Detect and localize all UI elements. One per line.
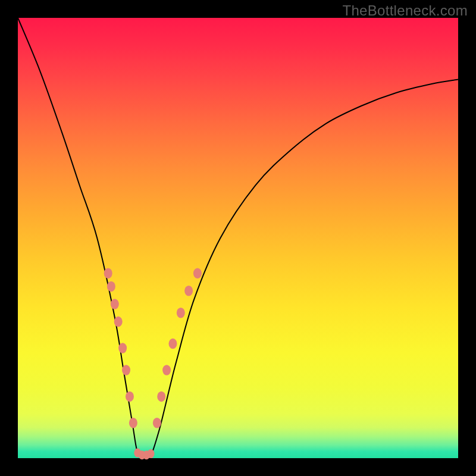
marker-left-1 (107, 281, 115, 292)
marker-right-2 (162, 365, 171, 375)
marker-left-2 (111, 299, 119, 309)
chart-frame: TheBottleneck.com (0, 0, 476, 476)
marker-bottom-3 (147, 449, 154, 458)
marker-right-0 (153, 418, 161, 428)
plot-area (18, 18, 458, 458)
marker-right-1 (157, 392, 165, 402)
marker-left-7 (129, 418, 137, 428)
marker-left-0 (104, 268, 112, 278)
bottleneck-curve (18, 18, 458, 460)
curve-layer (18, 18, 458, 458)
data-markers (104, 268, 202, 459)
marker-left-5 (122, 365, 130, 375)
marker-right-6 (193, 268, 202, 278)
marker-right-3 (168, 339, 177, 349)
marker-right-4 (177, 308, 185, 318)
marker-left-4 (118, 343, 127, 353)
marker-left-3 (114, 317, 123, 327)
watermark-text: TheBottleneck.com (342, 2, 468, 19)
marker-left-6 (126, 392, 134, 402)
marker-right-5 (184, 286, 193, 296)
